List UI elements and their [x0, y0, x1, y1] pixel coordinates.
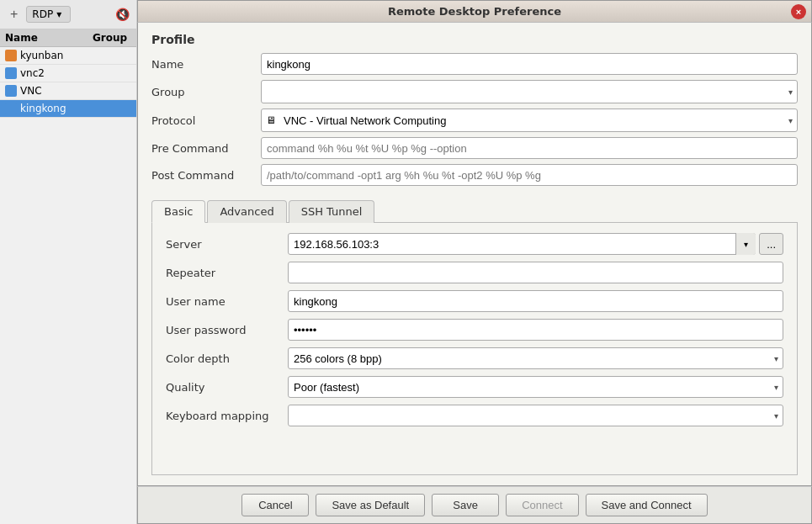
repeater-label: Repeater [166, 267, 288, 279]
protocol-label: Protocol [151, 114, 261, 127]
sidebar-col-group: Group [88, 29, 136, 46]
sidebar-item-label: VNC [20, 85, 131, 97]
name-label: Name [151, 58, 261, 71]
group-label: Group [151, 86, 261, 98]
keyboard-row: Keyboard mapping ▾ [166, 405, 783, 426]
group-row: Group ▾ [151, 80, 798, 103]
sidebar-item-label: vnc2 [20, 67, 131, 79]
group-select[interactable] [261, 80, 798, 103]
group-field: ▾ [261, 80, 798, 103]
pre-command-field [261, 137, 798, 159]
sidebar-item-kyunban[interactable]: kyunban [0, 47, 136, 65]
quality-field: Poor (fastest) Medium Good Best (slowest… [288, 376, 783, 398]
tabs-section: Basic Advanced SSH Tunnel Server ▾ ... [151, 199, 798, 475]
repeater-input[interactable] [288, 262, 783, 283]
sidebar-item-vnc[interactable]: VNC [0, 82, 136, 100]
color-depth-select-wrapper: 256 colors (8 bpp) High color (16 bpp) T… [288, 347, 783, 369]
repeater-field [288, 262, 783, 283]
color-depth-select[interactable]: 256 colors (8 bpp) High color (16 bpp) T… [288, 347, 783, 369]
connection-icon [5, 50, 17, 61]
keyboard-field: ▾ [288, 405, 783, 426]
sidebar-item-kingkong[interactable]: kingkong [0, 100, 136, 118]
save-button[interactable]: Save [432, 494, 499, 516]
protocol-row: Protocol 🖥 VNC - Virtual Network Computi… [151, 109, 798, 132]
quality-label: Quality [166, 381, 288, 394]
rdp-dropdown-arrow: ▾ [56, 8, 61, 20]
server-input[interactable] [288, 233, 756, 255]
keyboard-label: Keyboard mapping [166, 410, 288, 422]
dialog-title: Remote Desktop Preference [388, 5, 561, 18]
password-input[interactable] [288, 319, 783, 341]
group-select-wrapper: ▾ [261, 80, 798, 103]
save-as-default-button[interactable]: Save as Default [316, 494, 425, 516]
pre-command-input[interactable] [261, 137, 798, 159]
post-command-field [261, 164, 798, 186]
sidebar-item-vnc2[interactable]: vnc2 [0, 65, 136, 82]
tab-basic[interactable]: Basic [151, 200, 205, 223]
speaker-icon: 🔇 [115, 8, 130, 21]
connection-icon [5, 67, 17, 79]
pre-command-label: Pre Command [151, 142, 261, 155]
connect-button[interactable]: Connect [506, 494, 578, 516]
sidebar-item-label: kyunban [20, 50, 131, 61]
color-depth-label: Color depth [166, 352, 288, 365]
sidebar: + RDP ▾ 🔇 Name Group kyunban vnc2 VNC ki… [0, 0, 137, 524]
sidebar-header: Name Group [0, 29, 136, 47]
cancel-button[interactable]: Cancel [241, 494, 309, 516]
dialog: Remote Desktop Preference × Profile Name… [137, 0, 812, 524]
color-depth-row: Color depth 256 colors (8 bpp) High colo… [166, 347, 783, 369]
username-label: User name [166, 295, 288, 308]
pre-command-row: Pre Command [151, 137, 798, 159]
post-command-input[interactable] [261, 164, 798, 186]
color-depth-field: 256 colors (8 bpp) High color (16 bpp) T… [288, 347, 783, 369]
name-field [261, 53, 798, 75]
dialog-close-button[interactable]: × [791, 4, 806, 19]
password-field [288, 319, 783, 341]
sidebar-col-name: Name [0, 29, 88, 46]
post-command-row: Post Command [151, 164, 798, 186]
keyboard-select[interactable] [288, 405, 783, 426]
username-row: User name [166, 290, 783, 312]
add-connection-button[interactable]: + [7, 5, 21, 24]
connection-icon [5, 103, 17, 114]
tab-bar: Basic Advanced SSH Tunnel [151, 199, 798, 223]
dialog-titlebar: Remote Desktop Preference × [137, 0, 812, 23]
server-field: ▾ ... [288, 233, 783, 255]
username-field [288, 290, 783, 312]
name-input[interactable] [261, 53, 798, 75]
browse-button[interactable]: ... [759, 233, 783, 255]
quality-select-wrapper: Poor (fastest) Medium Good Best (slowest… [288, 376, 783, 398]
server-row: Server ▾ ... [166, 233, 783, 255]
name-row: Name [151, 53, 798, 75]
dialog-footer: Cancel Save as Default Save Connect Save… [137, 486, 812, 524]
tab-advanced[interactable]: Advanced [207, 200, 286, 223]
keyboard-select-wrapper: ▾ [288, 405, 783, 426]
tab-basic-content: Server ▾ ... Repeater [151, 223, 798, 475]
password-label: User password [166, 324, 288, 336]
rdp-label: RDP [32, 8, 53, 20]
rdp-dropdown[interactable]: RDP ▾ [26, 6, 71, 23]
protocol-select[interactable]: VNC - Virtual Network Computing [261, 109, 798, 132]
connection-icon [5, 85, 17, 97]
server-input-wrapper: ▾ ... [288, 233, 783, 255]
server-label: Server [166, 238, 288, 251]
username-input[interactable] [288, 290, 783, 312]
sidebar-item-label: kingkong [20, 103, 131, 114]
quality-row: Quality Poor (fastest) Medium Good Best … [166, 376, 783, 398]
save-and-connect-button[interactable]: Save and Connect [586, 494, 708, 516]
repeater-row: Repeater [166, 262, 783, 283]
server-dropdown-button[interactable]: ▾ [735, 233, 756, 255]
tab-ssh-tunnel[interactable]: SSH Tunnel [289, 200, 375, 223]
sidebar-toolbar: + RDP ▾ 🔇 [0, 0, 136, 29]
sidebar-list: kyunban vnc2 VNC kingkong [0, 47, 136, 524]
protocol-field: 🖥 VNC - Virtual Network Computing ▾ [261, 109, 798, 132]
quality-select[interactable]: Poor (fastest) Medium Good Best (slowest… [288, 376, 783, 398]
server-input-combo: ▾ [288, 233, 756, 255]
password-row: User password [166, 319, 783, 341]
post-command-label: Post Command [151, 169, 261, 182]
dialog-body: Profile Name Group ▾ Protocol [137, 23, 812, 486]
profile-heading: Profile [151, 33, 798, 46]
protocol-select-wrapper: 🖥 VNC - Virtual Network Computing ▾ [261, 109, 798, 132]
